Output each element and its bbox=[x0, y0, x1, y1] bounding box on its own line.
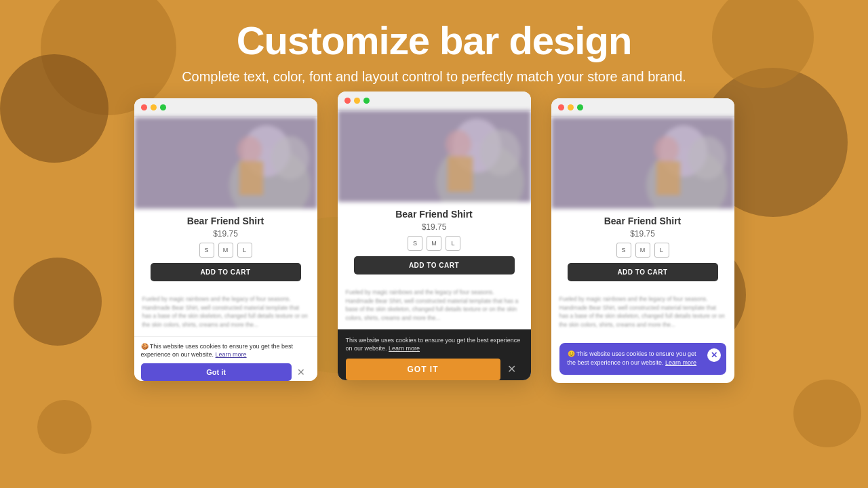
product-price-left: $19.75 bbox=[144, 229, 308, 239]
learn-more-left[interactable]: Learn more bbox=[216, 351, 247, 358]
product-info-right: Bear Friend Shirt $19.75 S M L ADD TO CA… bbox=[551, 209, 734, 292]
product-options-center: S M L bbox=[347, 236, 521, 251]
svg-point-12 bbox=[480, 129, 521, 176]
product-image-right bbox=[551, 117, 734, 209]
svg-point-1 bbox=[229, 148, 311, 209]
browser-content-center: Bear Friend Shirt $19.75 S M L ADD TO CA… bbox=[338, 110, 531, 380]
svg-point-10 bbox=[446, 130, 471, 159]
card-left: Bear Friend Shirt $19.75 S M L ADD TO CA… bbox=[134, 98, 317, 381]
product-options-left: S M L bbox=[144, 243, 308, 258]
browser-toolbar-left bbox=[134, 98, 317, 117]
product-price-center: $19.75 bbox=[347, 222, 521, 232]
page-title: Customize bar design bbox=[0, 19, 868, 62]
card-center: Bear Friend Shirt $19.75 S M L ADD TO CA… bbox=[338, 92, 531, 380]
svg-rect-4 bbox=[239, 161, 263, 195]
cookie-text-center: This website uses cookies to ensure you … bbox=[346, 336, 523, 353]
browser-dot-green-c bbox=[363, 98, 370, 104]
svg-point-15 bbox=[646, 148, 728, 209]
option-s-r: S bbox=[616, 243, 631, 258]
option-m-r: M bbox=[635, 243, 650, 258]
got-it-button-center[interactable]: GOT IT bbox=[346, 359, 500, 380]
cards-container: Bear Friend Shirt $19.75 S M L ADD TO CA… bbox=[0, 98, 868, 383]
cookie-emoji-left: 🍪 bbox=[141, 343, 149, 350]
close-button-center[interactable]: ✕ bbox=[500, 363, 523, 375]
browser-dot-red bbox=[141, 104, 147, 110]
cookie-text-right: 😊 This website uses cookies to ensure yo… bbox=[568, 350, 718, 368]
svg-point-17 bbox=[654, 136, 679, 163]
product-name-center: Bear Friend Shirt bbox=[347, 209, 521, 220]
svg-point-2 bbox=[243, 125, 290, 177]
cookie-text-left: 🍪 This website uses cookies to ensure yo… bbox=[141, 342, 311, 359]
product-info-left: Bear Friend Shirt $19.75 S M L ADD TO CA… bbox=[134, 209, 317, 292]
svg-rect-11 bbox=[448, 157, 473, 192]
cookie-banner-left: 🍪 This website uses cookies to ensure yo… bbox=[134, 336, 317, 381]
learn-more-center[interactable]: Learn more bbox=[389, 345, 420, 352]
cookie-banner-right: 😊 This website uses cookies to ensure yo… bbox=[559, 343, 726, 375]
option-m: M bbox=[218, 243, 233, 258]
learn-more-right[interactable]: Learn more bbox=[665, 359, 696, 366]
svg-rect-7 bbox=[338, 110, 531, 202]
product-desc-right: Fueled by magic rainbows and the legacy … bbox=[551, 292, 734, 336]
cookie-actions-left: Got it ✕ bbox=[141, 363, 311, 381]
product-image-center bbox=[338, 110, 531, 202]
add-to-cart-right: ADD TO CART bbox=[568, 263, 718, 281]
product-desc-left: Fueled by magic rainbows and the legacy … bbox=[134, 292, 317, 336]
deco-circle bbox=[793, 380, 861, 447]
got-it-button-left[interactable]: Got it bbox=[141, 363, 292, 381]
svg-point-3 bbox=[237, 136, 262, 163]
svg-rect-6 bbox=[134, 117, 317, 209]
cookie-banner-right-wrapper: 😊 This website uses cookies to ensure yo… bbox=[551, 336, 734, 383]
browser-dot-red-c bbox=[344, 98, 351, 104]
product-name-left: Bear Friend Shirt bbox=[144, 216, 308, 226]
svg-rect-0 bbox=[134, 117, 317, 209]
svg-point-8 bbox=[436, 142, 524, 202]
close-button-right[interactable]: ✕ bbox=[707, 348, 721, 362]
product-desc-center: Fueled by magic rainbows and the legacy … bbox=[338, 285, 531, 329]
svg-rect-13 bbox=[338, 110, 531, 202]
deco-circle bbox=[37, 400, 92, 454]
cookie-banner-center: This website uses cookies to ensure you … bbox=[338, 329, 531, 380]
page-header: Customize bar design Complete text, colo… bbox=[0, 0, 868, 98]
product-options-right: S M L bbox=[561, 243, 725, 258]
option-s-c: S bbox=[408, 236, 422, 251]
product-info-center: Bear Friend Shirt $19.75 S M L ADD TO CA… bbox=[338, 202, 531, 285]
option-m-c: M bbox=[427, 236, 441, 251]
browser-dot-yellow-c bbox=[354, 98, 360, 104]
option-l: L bbox=[237, 243, 252, 258]
cookie-emoji-right: 😊 bbox=[568, 350, 575, 357]
browser-dot-green bbox=[160, 104, 166, 110]
browser-dot-yellow-r bbox=[568, 104, 574, 110]
add-to-cart-center: ADD TO CART bbox=[354, 256, 515, 274]
card-right: Bear Friend Shirt $19.75 S M L ADD TO CA… bbox=[551, 98, 734, 383]
page-subtitle: Complete text, color, font and layout co… bbox=[0, 69, 868, 85]
option-l-c: L bbox=[446, 236, 460, 251]
option-l-r: L bbox=[654, 243, 669, 258]
svg-point-5 bbox=[271, 136, 309, 180]
browser-dot-red-r bbox=[558, 104, 564, 110]
browser-dot-green-r bbox=[577, 104, 583, 110]
svg-point-19 bbox=[688, 136, 726, 180]
svg-rect-14 bbox=[551, 117, 734, 209]
product-name-right: Bear Friend Shirt bbox=[561, 216, 725, 226]
svg-point-9 bbox=[452, 119, 501, 173]
browser-toolbar-center bbox=[338, 92, 531, 110]
svg-rect-20 bbox=[551, 117, 734, 209]
option-s: S bbox=[199, 243, 214, 258]
add-to-cart-left: ADD TO CART bbox=[151, 263, 301, 281]
svg-rect-18 bbox=[656, 161, 680, 195]
browser-dot-yellow bbox=[151, 104, 157, 110]
svg-point-16 bbox=[660, 125, 707, 177]
product-price-right: $19.75 bbox=[561, 229, 725, 239]
browser-content-right: Bear Friend Shirt $19.75 S M L ADD TO CA… bbox=[551, 117, 734, 383]
close-button-left[interactable]: ✕ bbox=[292, 367, 311, 378]
browser-content-left: Bear Friend Shirt $19.75 S M L ADD TO CA… bbox=[134, 117, 317, 381]
product-image-left bbox=[134, 117, 317, 209]
browser-toolbar-right bbox=[551, 98, 734, 117]
cookie-actions-center: GOT IT ✕ bbox=[346, 359, 523, 380]
